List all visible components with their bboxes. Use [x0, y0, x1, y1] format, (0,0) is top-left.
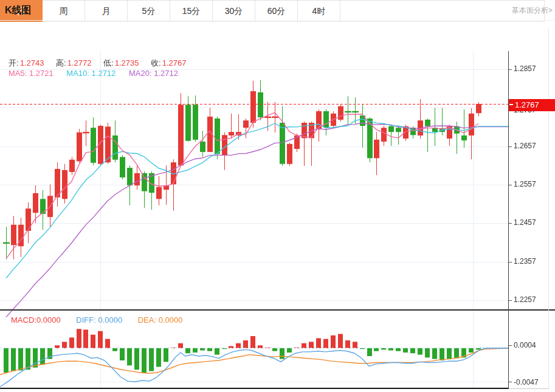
high-value: 1.2772	[67, 58, 92, 67]
ma5-legend: MA5: 1.2721	[9, 69, 53, 78]
macd-axis-tick-label: 0.0004	[514, 342, 536, 349]
y-axis-tick-label: 1.2457	[514, 219, 536, 226]
ohlc-legend: 开:1.2743 高:1.2772 低:1.2735 收:1.2767	[9, 58, 196, 69]
low-value: 1.2735	[115, 58, 139, 67]
y-axis-tick-label: 1.2257	[514, 296, 536, 303]
macd-axis-tick-label: -0.0047	[514, 379, 539, 386]
diff-value-legend: DIFF: 0.0000	[76, 315, 122, 325]
header-divider	[0, 20, 555, 21]
macd-value-legend: MACD:0.0000	[11, 315, 61, 325]
macd-legend: MACD:0.0000 DIFF: 0.0000 DEA: 0.0000	[11, 315, 183, 325]
y-axis-tick-label: 1.2557	[514, 181, 536, 188]
low-label: 低:	[103, 58, 114, 67]
dea-value-legend: DEA: 0.0000	[138, 315, 183, 325]
close-value: 1.2767	[162, 58, 187, 67]
open-value: 1.2743	[20, 58, 44, 67]
ma10-legend: MA10: 1.2712	[66, 69, 115, 78]
close-label: 收:	[151, 58, 161, 67]
y-axis-tick-label: 1.2657	[514, 142, 536, 150]
y-axis-tick-label: 1.2857	[514, 65, 536, 72]
ma-legend: MA5: 1.2721 MA10: 1.2712 MA20: 1.2712	[9, 69, 189, 78]
high-label: 高:	[56, 58, 66, 67]
y-axis-tick-label: 1.2357	[514, 258, 536, 265]
fundamental-analysis-link[interactable]: 基本面分析>	[512, 5, 553, 16]
open-label: 开:	[9, 58, 19, 67]
page-title: K线图	[5, 4, 32, 17]
last-price-value: 1.2767	[515, 100, 539, 109]
price-tag-tick	[509, 104, 513, 105]
last-price-tag: 1.2767	[509, 99, 555, 111]
ma20-legend: MA20: 1.2712	[129, 69, 178, 78]
